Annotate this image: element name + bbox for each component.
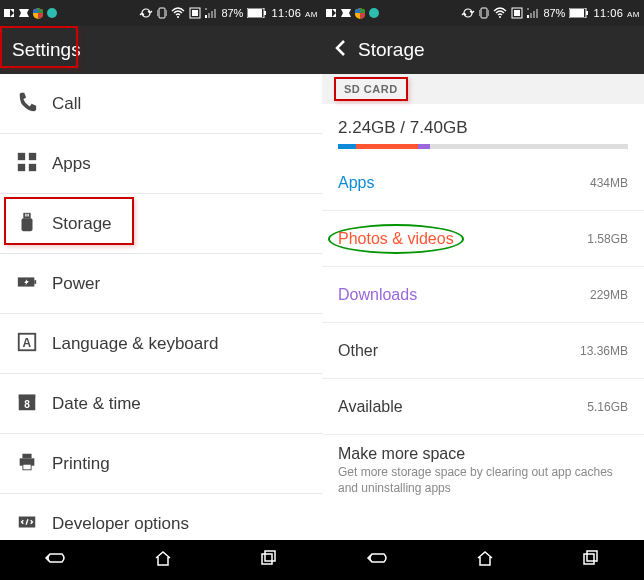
settings-row-apps[interactable]: Apps xyxy=(0,134,322,194)
storage-usage-text: 2.24GB / 7.40GB xyxy=(338,118,628,138)
row-label: Apps xyxy=(52,154,91,174)
sd-card-section: SD CARD xyxy=(322,74,644,104)
status-bar: x 87% 11:06 AM xyxy=(0,0,322,26)
usb-icon xyxy=(16,211,52,237)
svg-point-39 xyxy=(369,8,379,18)
row-label: Power xyxy=(52,274,100,294)
svg-rect-45 xyxy=(514,10,520,16)
svg-rect-53 xyxy=(586,11,588,15)
row-label: Call xyxy=(52,94,81,114)
category-value: 5.16GB xyxy=(587,400,628,414)
svg-rect-24 xyxy=(27,213,28,216)
nav-recent[interactable] xyxy=(260,550,278,570)
svg-text:x: x xyxy=(527,7,529,11)
nav-home[interactable] xyxy=(154,550,172,570)
svg-rect-20 xyxy=(29,163,36,170)
svg-rect-16 xyxy=(264,11,266,15)
svg-rect-57 xyxy=(587,551,597,561)
settings-row-lang[interactable]: ALanguage & keyboard xyxy=(0,314,322,374)
category-label: Available xyxy=(338,398,403,416)
svg-point-2 xyxy=(47,8,57,18)
phone-icon xyxy=(16,91,52,117)
storage-usage: 2.24GB / 7.40GB xyxy=(322,104,644,155)
storage-row-photos-videos[interactable]: Photos & videos1.58GB xyxy=(322,211,644,267)
svg-rect-26 xyxy=(34,280,36,284)
shield-icon xyxy=(32,7,44,19)
svg-rect-32 xyxy=(22,453,31,458)
apps-icon xyxy=(16,151,52,177)
nav-home[interactable] xyxy=(476,550,494,570)
vibrate-icon xyxy=(157,7,167,19)
svg-rect-35 xyxy=(23,464,30,469)
svg-rect-3 xyxy=(159,8,165,18)
storage-bar xyxy=(338,144,628,149)
row-label: Storage xyxy=(52,214,112,234)
svg-rect-17 xyxy=(18,152,25,159)
svg-rect-22 xyxy=(22,218,33,231)
svg-rect-52 xyxy=(570,9,584,17)
svg-point-6 xyxy=(177,16,179,18)
svg-rect-12 xyxy=(214,9,216,18)
back-button[interactable] xyxy=(334,39,346,62)
settings-row-phone[interactable]: Call xyxy=(0,74,322,134)
svg-rect-18 xyxy=(29,152,36,159)
svg-point-43 xyxy=(499,16,501,18)
nav-back[interactable] xyxy=(366,550,388,570)
settings-row-print[interactable]: Printing xyxy=(0,434,322,494)
sd-card-label: SD CARD xyxy=(334,77,408,101)
dev-icon xyxy=(16,511,52,537)
power-icon xyxy=(16,271,52,297)
nav-recent[interactable] xyxy=(582,550,600,570)
storage-row-other[interactable]: Other13.36MB xyxy=(322,323,644,379)
svg-rect-55 xyxy=(265,551,275,561)
svg-rect-49 xyxy=(536,9,538,18)
row-label: Developer options xyxy=(52,514,189,534)
category-label: Photos & videos xyxy=(338,230,454,248)
make-more-desc: Get more storage space by clearing out a… xyxy=(338,465,628,496)
storage-row-downloads[interactable]: Downloads229MB xyxy=(322,267,644,323)
row-label: Language & keyboard xyxy=(52,334,218,354)
settings-list: CallAppsStoragePowerALanguage & keyboard… xyxy=(0,74,322,540)
battery-percent: 87% xyxy=(221,7,243,19)
svg-text:8: 8 xyxy=(24,398,30,409)
settings-row-power[interactable]: Power xyxy=(0,254,322,314)
svg-rect-10 xyxy=(208,13,210,18)
svg-text:x: x xyxy=(205,7,207,11)
page-title: Storage xyxy=(358,39,425,61)
settings-row-date[interactable]: 8Date & time xyxy=(0,374,322,434)
row-label: Date & time xyxy=(52,394,141,414)
settings-panel: x 87% 11:06 AM Settings CallAppsStorageP… xyxy=(0,0,322,540)
svg-rect-11 xyxy=(211,11,213,18)
svg-rect-23 xyxy=(25,213,26,216)
status-bar: x 87% 11:06 AM xyxy=(322,0,644,26)
header: Storage xyxy=(322,26,644,74)
svg-text:A: A xyxy=(22,335,31,349)
header: Settings xyxy=(0,26,322,74)
sync-icon xyxy=(139,7,153,19)
svg-rect-40 xyxy=(481,8,487,18)
storage-row-apps[interactable]: Apps434MB xyxy=(322,155,644,211)
category-label: Apps xyxy=(338,174,374,192)
category-value: 229MB xyxy=(590,288,628,302)
date-icon: 8 xyxy=(16,391,52,417)
svg-rect-48 xyxy=(533,11,535,18)
svg-rect-56 xyxy=(584,554,594,564)
svg-rect-54 xyxy=(262,554,272,564)
row-label: Printing xyxy=(52,454,110,474)
category-value: 1.58GB xyxy=(587,232,628,246)
settings-row-dev[interactable]: Developer options xyxy=(0,494,322,540)
nav-back[interactable] xyxy=(44,550,66,570)
category-value: 13.36MB xyxy=(580,344,628,358)
svg-rect-15 xyxy=(248,9,262,17)
storage-row-available[interactable]: Available5.16GB xyxy=(322,379,644,435)
make-more-space[interactable]: Make more space Get more storage space b… xyxy=(322,435,644,506)
print-icon xyxy=(16,451,52,477)
settings-row-usb[interactable]: Storage xyxy=(0,194,322,254)
navigation-bar xyxy=(0,540,644,580)
category-label: Other xyxy=(338,342,378,360)
make-more-title: Make more space xyxy=(338,445,628,463)
svg-rect-21 xyxy=(23,212,30,218)
category-value: 434MB xyxy=(590,176,628,190)
svg-rect-19 xyxy=(18,163,25,170)
wifi-icon xyxy=(171,7,185,19)
